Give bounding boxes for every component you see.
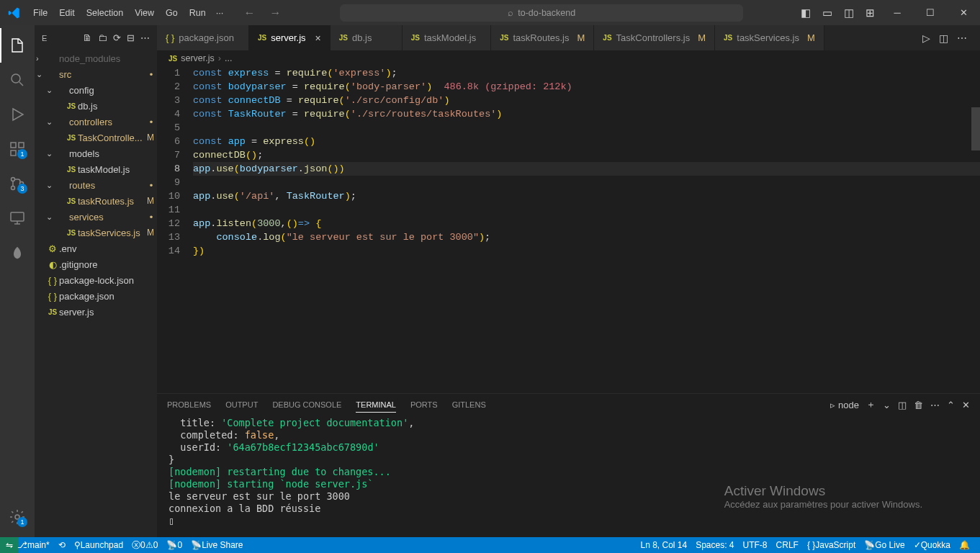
sync-icon[interactable]: ⟲ <box>54 537 70 553</box>
tab-TaskControllers-js[interactable]: JSTaskControllers.jsM <box>594 25 715 50</box>
new-folder-icon[interactable]: 🗀 <box>98 32 107 43</box>
layout-customize-icon[interactable]: ⊞ <box>860 4 881 22</box>
folder-node_modules[interactable]: ›node_modules <box>35 50 157 66</box>
tab-taskModel-js[interactable]: JStaskModel.js <box>403 25 491 50</box>
layout-panel-icon[interactable]: ▭ <box>817 4 838 22</box>
more-icon[interactable]: ⋯ <box>930 400 940 410</box>
split-terminal-icon[interactable]: ◫ <box>898 400 907 410</box>
panel-tab-terminal[interactable]: TERMINAL <box>356 397 396 413</box>
menu-edit[interactable]: Edit <box>53 4 81 22</box>
more-icon[interactable]: ⋯ <box>953 30 971 47</box>
problems[interactable]: ⓧ 0 ⚠ 0 <box>127 537 162 553</box>
menu-selection[interactable]: Selection <box>81 4 129 22</box>
folder-services[interactable]: ⌄services• <box>35 209 157 225</box>
remote-explorer-icon[interactable] <box>0 201 35 235</box>
code-line[interactable]: const express = require('express'); <box>193 66 980 80</box>
mongodb-icon[interactable] <box>0 235 35 270</box>
code-editor[interactable]: 1234567891011121314 const express = requ… <box>157 66 980 393</box>
file-taskServices-js[interactable]: JStaskServices.jsM <box>35 225 157 240</box>
folder-config[interactable]: ⌄config <box>35 82 157 98</box>
tab-server-js[interactable]: JSserver.js× <box>249 25 331 50</box>
maximize-panel-icon[interactable]: ⌃ <box>947 400 955 410</box>
notifications-icon[interactable]: 🔔 <box>955 537 974 553</box>
breadcrumb[interactable]: JS server.js › ... <box>157 50 980 66</box>
chevron-down-icon[interactable]: ⌄ <box>883 400 891 410</box>
folder-models[interactable]: ⌄models <box>35 145 157 161</box>
file-server-js[interactable]: JSserver.js <box>35 304 157 320</box>
live-share[interactable]: 📡 Live Share <box>186 537 247 553</box>
nav-forward-icon[interactable]: → <box>262 4 288 22</box>
terminal-output[interactable]: title: 'Complete project documentation',… <box>157 415 980 537</box>
folder-routes[interactable]: ⌄routes• <box>35 177 157 193</box>
kill-terminal-icon[interactable]: 🗑 <box>914 400 923 410</box>
close-panel-icon[interactable]: ✕ <box>962 400 970 410</box>
menu-view[interactable]: View <box>129 4 160 22</box>
maximize-icon[interactable]: ☐ <box>914 1 947 24</box>
file--gitignore[interactable]: ◐.gitignore <box>35 256 157 272</box>
go-live[interactable]: 📡 Go Live <box>860 537 909 553</box>
panel-tab-ports[interactable]: PORTS <box>410 397 438 412</box>
code-body[interactable]: const express = require('express');const… <box>193 66 980 393</box>
settings-gear-icon[interactable]: 1 <box>0 500 35 534</box>
nav-back-icon[interactable]: ← <box>236 4 262 22</box>
file--env[interactable]: ⚙.env <box>35 240 157 256</box>
code-line[interactable]: const bodyparser = require('body-parser'… <box>193 80 980 94</box>
file-taskRoutes-js[interactable]: JStaskRoutes.jsM <box>35 193 157 209</box>
panel-tab-problems[interactable]: PROBLEMS <box>167 397 211 412</box>
layout-pane-icon[interactable]: ◧ <box>795 4 817 22</box>
code-line[interactable]: console.log("le serveur est sur le port … <box>193 230 980 244</box>
split-icon[interactable]: ◫ <box>935 30 953 47</box>
new-file-icon[interactable]: 🗎 <box>83 32 92 43</box>
shell-picker[interactable]: ▹ node <box>830 400 859 410</box>
language-mode[interactable]: { } JavaScript <box>803 537 860 553</box>
run-debug-icon[interactable] <box>0 97 35 132</box>
extensions-icon[interactable]: 1 <box>0 132 35 166</box>
code-line[interactable]: const connectDB = require('./src/config/… <box>193 94 980 107</box>
tab-db-js[interactable]: JSdb.js <box>331 25 403 50</box>
search-icon[interactable] <box>0 63 35 97</box>
git-branch[interactable]: ⎇ main* <box>13 537 54 553</box>
more-icon[interactable]: ⋯ <box>140 32 150 43</box>
close-icon[interactable]: ✕ <box>947 1 980 24</box>
code-line[interactable] <box>193 121 980 135</box>
tab-taskServices-js[interactable]: JStaskServices.jsM <box>715 25 824 50</box>
code-line[interactable]: connectDB(); <box>193 148 980 162</box>
launchpad[interactable]: ⚲ Launchpad <box>70 537 127 553</box>
source-control-icon[interactable]: 3 <box>0 166 35 201</box>
code-line[interactable] <box>193 203 980 217</box>
explorer-icon[interactable] <box>0 28 35 63</box>
folder-src[interactable]: ⌄src• <box>35 66 157 82</box>
close-tab-icon[interactable]: × <box>315 32 321 44</box>
folder-controllers[interactable]: ⌄controllers• <box>35 114 157 130</box>
menu-run[interactable]: Run <box>184 4 212 22</box>
menu-file[interactable]: File <box>27 4 53 22</box>
ports[interactable]: 📡 0 <box>162 537 186 553</box>
new-terminal-icon[interactable]: ＋ <box>866 398 876 411</box>
code-line[interactable]: app.use('/api', TaskRouter); <box>193 189 980 203</box>
file-taskModel-js[interactable]: JStaskModel.js <box>35 161 157 177</box>
file-package-json[interactable]: { }package.json <box>35 288 157 304</box>
more-menu-icon[interactable]: ··· <box>216 7 224 18</box>
file-db-js[interactable]: JSdb.js <box>35 98 157 114</box>
code-line[interactable]: const app = express() <box>193 135 980 148</box>
collapse-icon[interactable]: ⊟ <box>127 32 135 43</box>
code-line[interactable]: }) <box>193 244 980 258</box>
panel-tab-debug-console[interactable]: DEBUG CONSOLE <box>272 397 341 412</box>
scrollbar-thumb[interactable] <box>971 107 980 150</box>
indentation[interactable]: Spaces: 4 <box>691 537 738 553</box>
code-line[interactable] <box>193 176 980 189</box>
layout-sidebar-icon[interactable]: ◫ <box>838 4 860 22</box>
code-line[interactable]: const TaskRouter = require('./src/routes… <box>193 107 980 121</box>
tab-taskRoutes-js[interactable]: JStaskRoutes.jsM <box>491 25 594 50</box>
code-line[interactable]: app.use(bodyparser.json()) <box>193 162 980 176</box>
run-icon[interactable]: ▷ <box>918 30 935 47</box>
minimize-icon[interactable]: ─ <box>881 1 914 24</box>
encoding[interactable]: UTF-8 <box>739 537 772 553</box>
file-TaskControlle-[interactable]: JSTaskControlle...M <box>35 130 157 145</box>
menu-go[interactable]: Go <box>160 4 184 22</box>
code-line[interactable]: app.listen(3000,()=> { <box>193 217 980 230</box>
quokka[interactable]: ✓ Quokka <box>909 537 955 553</box>
cursor-position[interactable]: Ln 8, Col 14 <box>636 537 691 553</box>
panel-tab-output[interactable]: OUTPUT <box>225 397 258 412</box>
eol[interactable]: CRLF <box>772 537 803 553</box>
